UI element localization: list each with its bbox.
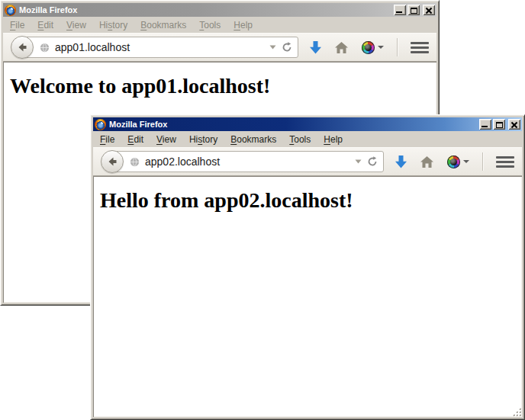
menu-item-tools[interactable]: Tools	[198, 19, 222, 31]
titlebar[interactable]: Mozilla Firefox	[93, 117, 522, 131]
urlbar-dropdown-icon[interactable]	[269, 45, 276, 50]
titlebar[interactable]: Mozilla Firefox	[3, 3, 436, 17]
urlbar[interactable]: app02.localhost	[111, 151, 384, 172]
menu-icon[interactable]	[496, 156, 514, 168]
toolbar-separator	[397, 38, 398, 56]
page-heading: Hello from app02.localhost!	[100, 188, 522, 213]
reload-icon[interactable]	[281, 41, 293, 53]
url-text[interactable]: app02.localhost	[145, 155, 350, 168]
maximize-icon	[496, 122, 503, 128]
firefox-icon	[5, 5, 16, 16]
back-button[interactable]	[11, 36, 34, 59]
page-heading: Welcome to app01.localhost!	[10, 74, 436, 98]
firefox-window-app02: Mozilla Firefox FileEditViewHistoryBookm…	[90, 114, 525, 420]
maximize-button[interactable]	[407, 5, 420, 15]
addon-menu-button[interactable]	[447, 155, 469, 168]
downloads-icon[interactable]	[310, 41, 321, 54]
close-button[interactable]	[508, 119, 520, 130]
menu-item-bookmarks[interactable]: Bookmarks	[139, 19, 188, 31]
menu-bar: FileEditViewHistoryBookmarksToolsHelp	[3, 17, 436, 33]
back-arrow-icon	[106, 155, 118, 168]
minimize-button[interactable]	[394, 5, 406, 15]
close-icon	[426, 8, 432, 13]
close-button[interactable]	[423, 5, 435, 15]
minimize-icon	[396, 11, 402, 13]
menu-item-history[interactable]: History	[98, 19, 129, 31]
maximize-icon	[411, 8, 417, 14]
back-arrow-icon	[16, 41, 28, 53]
maximize-button[interactable]	[493, 119, 505, 130]
minimize-icon	[482, 126, 488, 127]
menu-item-bookmarks[interactable]: Bookmarks	[229, 133, 278, 146]
home-icon[interactable]	[420, 155, 434, 168]
desktop: Mozilla Firefox FileEditViewHistoryBookm…	[0, 0, 525, 420]
toolbar-separator	[482, 152, 483, 171]
urlbar-dropdown-icon[interactable]	[355, 159, 362, 164]
firefox-icon	[95, 119, 106, 130]
window-title: Mozilla Firefox	[19, 5, 391, 14]
reload-icon[interactable]	[366, 155, 378, 168]
navigation-toolbar: app01.localhost	[3, 33, 436, 62]
window-title: Mozilla Firefox	[109, 120, 476, 129]
menu-item-tools[interactable]: Tools	[288, 133, 312, 146]
browser-content: Hello from app02.localhost!	[93, 176, 522, 417]
chevron-down-icon	[463, 160, 469, 163]
home-icon[interactable]	[334, 41, 349, 54]
close-icon	[511, 122, 517, 127]
minimize-button[interactable]	[479, 119, 491, 130]
navigation-toolbar: app02.localhost	[93, 147, 522, 176]
addon-menu-button[interactable]	[362, 41, 384, 54]
color-wheel-icon	[362, 41, 375, 54]
menu-item-view[interactable]: View	[155, 133, 178, 146]
menu-item-help[interactable]: Help	[232, 19, 254, 31]
color-wheel-icon	[447, 155, 460, 168]
globe-icon	[39, 42, 50, 53]
menu-item-history[interactable]: History	[188, 133, 219, 146]
menu-item-file[interactable]: File	[8, 19, 26, 31]
menu-item-edit[interactable]: Edit	[36, 19, 55, 31]
chevron-down-icon	[378, 46, 384, 49]
url-text[interactable]: app01.localhost	[55, 41, 265, 53]
menu-icon[interactable]	[411, 42, 429, 53]
globe-icon	[129, 156, 140, 168]
menu-item-help[interactable]: Help	[322, 133, 344, 146]
back-button[interactable]	[101, 150, 124, 173]
resize-grip[interactable]	[512, 407, 523, 418]
downloads-icon[interactable]	[395, 155, 407, 168]
menu-item-edit[interactable]: Edit	[126, 133, 145, 146]
menu-item-view[interactable]: View	[65, 19, 88, 31]
menu-bar: FileEditViewHistoryBookmarksToolsHelp	[93, 131, 522, 147]
urlbar[interactable]: app01.localhost	[21, 37, 298, 58]
menu-item-file[interactable]: File	[98, 133, 116, 146]
